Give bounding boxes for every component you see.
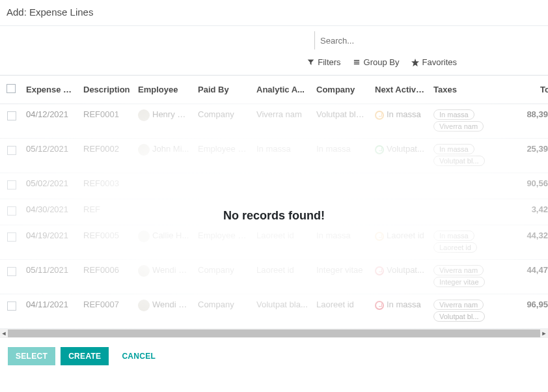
cell-activity [371,199,430,225]
col-total[interactable]: Total [508,76,548,104]
cell-desc: REF [79,199,134,225]
tax-tag: In massa [433,231,474,241]
cell-activity: In massa [371,104,430,139]
col-taxes[interactable]: Taxes [430,76,508,104]
scrollbar-thumb[interactable] [8,329,540,337]
row-checkbox[interactable] [7,267,16,276]
cell-date: 04/19/2021 [22,225,79,260]
groupby-button[interactable]: Group By [353,57,400,67]
cell-date: 04/12/2021 [22,104,79,139]
table-container: Expense D... Description Employee Paid B… [0,75,548,329]
cell-analytic: Laoreet id [253,225,312,260]
cell-desc: REF0003 [79,173,134,199]
cell-taxes [430,173,508,199]
cell-date: 04/30/2021 [22,199,79,225]
cell-taxes: In massaVolutpat bl... [430,139,508,173]
col-analytic[interactable]: Analytic A... [253,76,312,104]
select-button[interactable]: Select [8,347,55,365]
cell-analytic: Volutpat bla... [253,294,312,329]
cell-total: 90,569.0 [508,173,548,199]
cell-company: In massa [312,139,371,173]
cell-company: Volutpat bla... [312,104,371,139]
scroll-left-arrow[interactable]: ◄ [0,329,8,338]
row-checkbox[interactable] [7,111,16,120]
cell-total: 25,394.0 [508,139,548,173]
col-description[interactable]: Description [79,76,134,104]
favorites-button[interactable]: Favorites [411,57,457,67]
tax-tag: Viverra nam [433,265,484,275]
tax-tag: Volutpat bl... [433,311,485,322]
cell-total: 88,391.0 [508,104,548,139]
cell-taxes [430,199,508,225]
avatar [138,144,150,156]
tax-tag: In massa [433,144,474,154]
row-checkbox[interactable] [7,232,16,242]
table-row[interactable]: 04/12/2021REF0001Henry C...CompanyViverr… [0,104,548,139]
funnel-icon [307,59,314,66]
cell-total: 96,958.0 [508,294,548,329]
row-checkbox[interactable] [7,180,16,189]
cell-paid-by [194,173,253,199]
table-row[interactable]: 04/19/2021REF0005Callie H...Employee (t.… [0,225,548,260]
create-button[interactable]: Create [61,347,109,365]
table-row[interactable]: 05/12/2021REF0002John Mi...Employee (t..… [0,139,548,173]
cell-date: 05/12/2021 [22,139,79,173]
cell-date: 05/02/2021 [22,173,79,199]
table-row[interactable]: 04/30/2021REF3,420.0 [0,199,548,225]
select-all-checkbox[interactable] [7,84,16,93]
horizontal-scrollbar[interactable]: ◄ ► [0,329,548,338]
clock-icon [375,266,384,275]
cell-company [312,199,371,225]
star-icon [411,59,419,66]
cell-activity [371,173,430,199]
cell-employee: Henry C... [134,104,194,139]
row-checkbox[interactable] [7,301,16,311]
tax-tag: Viverra nam [433,121,484,132]
row-checkbox[interactable] [7,206,16,216]
cell-activity: Laoreet id [371,225,430,260]
cell-analytic [253,199,312,225]
cell-analytic: In massa [253,139,312,173]
col-expense-date[interactable]: Expense D... [22,76,79,104]
table-row[interactable]: 05/02/2021REF000390,569.0 [0,173,548,199]
expense-table: Expense D... Description Employee Paid B… [0,76,548,329]
cell-paid-by: Company [194,260,253,294]
table-row[interactable]: 04/11/2021REF0007Wendi B...CompanyVolutp… [0,294,548,329]
cell-date: 04/11/2021 [22,294,79,329]
search-input[interactable] [314,31,545,49]
cell-analytic [253,173,312,199]
col-paid-by[interactable]: Paid By [194,76,253,104]
table-row[interactable]: 05/11/2021REF0006Wendi B...CompanyLaoree… [0,260,548,294]
filters-label: Filters [318,57,340,67]
scroll-right-arrow[interactable]: ► [540,329,548,338]
col-company[interactable]: Company [312,76,371,104]
cell-desc: REF0007 [79,294,134,329]
col-next-activity[interactable]: Next Activity [371,76,430,104]
tax-tag: In massa [433,109,474,120]
cell-total: 44,478.0 [508,260,548,294]
cell-company: Laoreet id [312,294,371,329]
cell-employee: Wendi B... [134,260,194,294]
cell-total: 44,327.0 [508,225,548,260]
cell-company: Integer vitae [312,260,371,294]
cancel-button[interactable]: Cancel [114,347,163,365]
cell-desc: REF0001 [79,104,134,139]
row-checkbox[interactable] [7,146,16,155]
dialog-footer: Select Create Cancel [0,338,548,374]
cell-analytic: Viverra nam [253,104,312,139]
col-employee[interactable]: Employee [134,76,194,104]
avatar [138,109,150,121]
filters-button[interactable]: Filters [307,57,340,67]
tax-tag: Integer vitae [433,277,485,287]
cell-paid-by: Employee (t... [194,225,253,260]
cell-analytic: Laoreet id [253,260,312,294]
cell-date: 05/11/2021 [22,260,79,294]
cell-company: In massa [312,225,371,260]
tax-tag: Laoreet id [433,242,477,253]
cell-company [312,173,371,199]
cell-employee [134,199,194,225]
cell-desc: REF0006 [79,260,134,294]
cell-paid-by: Employee (t... [194,139,253,173]
cell-paid-by [194,199,253,225]
cell-activity: Volutpat... [371,139,430,173]
